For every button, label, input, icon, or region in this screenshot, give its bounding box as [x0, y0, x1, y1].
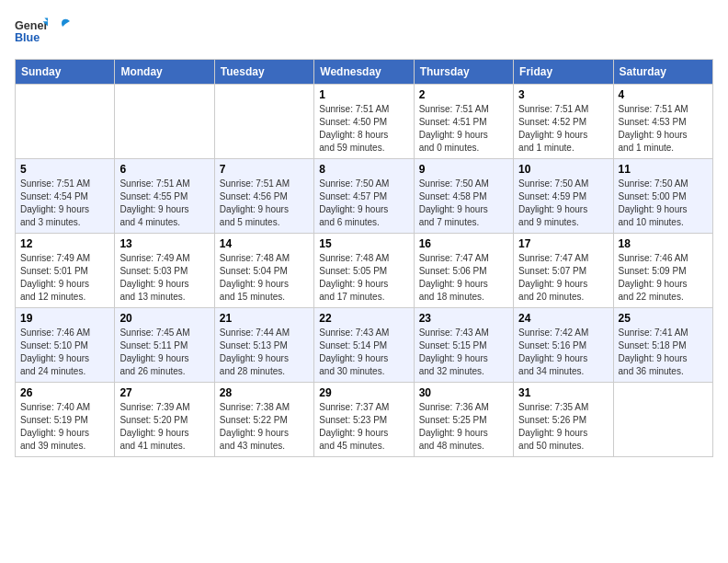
day-info: Sunrise: 7:45 AM Sunset: 5:11 PM Dayligh…: [119, 327, 209, 378]
header-tuesday: Tuesday: [214, 60, 313, 85]
day-info: Sunrise: 7:43 AM Sunset: 5:15 PM Dayligh…: [419, 327, 508, 378]
day-info: Sunrise: 7:46 AM Sunset: 5:09 PM Dayligh…: [619, 252, 708, 304]
day-info: Sunrise: 7:51 AM Sunset: 4:56 PM Dayligh…: [220, 178, 309, 229]
week-row-4: 26Sunrise: 7:40 AM Sunset: 5:19 PM Dayli…: [16, 383, 713, 457]
header-sunday: Sunday: [16, 60, 115, 85]
calendar-cell: 7Sunrise: 7:51 AM Sunset: 4:56 PM Daylig…: [214, 159, 313, 234]
day-number: 6: [119, 163, 209, 176]
calendar-cell: 27Sunrise: 7:39 AM Sunset: 5:20 PM Dayli…: [115, 383, 214, 457]
day-info: Sunrise: 7:39 AM Sunset: 5:20 PM Dayligh…: [119, 401, 209, 453]
day-info: Sunrise: 7:41 AM Sunset: 5:18 PM Dayligh…: [619, 327, 708, 378]
day-number: 29: [319, 386, 408, 399]
calendar-cell: 25Sunrise: 7:41 AM Sunset: 5:18 PM Dayli…: [613, 308, 712, 383]
page-header: General Blue: [15, 15, 713, 48]
day-info: Sunrise: 7:51 AM Sunset: 4:53 PM Dayligh…: [619, 103, 708, 155]
day-info: Sunrise: 7:42 AM Sunset: 5:16 PM Dayligh…: [518, 327, 608, 378]
day-info: Sunrise: 7:49 AM Sunset: 5:01 PM Dayligh…: [20, 252, 109, 304]
day-info: Sunrise: 7:48 AM Sunset: 5:05 PM Dayligh…: [319, 252, 408, 304]
day-number: 17: [518, 237, 608, 250]
calendar-cell: 5Sunrise: 7:51 AM Sunset: 4:54 PM Daylig…: [16, 159, 115, 234]
day-number: 12: [20, 237, 109, 250]
day-number: 24: [518, 312, 608, 325]
day-number: 11: [619, 163, 708, 176]
day-number: 30: [419, 386, 508, 399]
calendar-cell: 12Sunrise: 7:49 AM Sunset: 5:01 PM Dayli…: [16, 234, 115, 308]
day-number: 14: [220, 237, 309, 250]
calendar-cell: 22Sunrise: 7:43 AM Sunset: 5:14 PM Dayli…: [314, 308, 414, 383]
day-info: Sunrise: 7:51 AM Sunset: 4:50 PM Dayligh…: [319, 103, 408, 155]
day-info: Sunrise: 7:46 AM Sunset: 5:10 PM Dayligh…: [20, 327, 109, 378]
week-row-2: 12Sunrise: 7:49 AM Sunset: 5:01 PM Dayli…: [16, 234, 713, 308]
day-info: Sunrise: 7:47 AM Sunset: 5:07 PM Dayligh…: [518, 252, 608, 304]
day-number: 1: [319, 88, 408, 101]
calendar-table: SundayMondayTuesdayWednesdayThursdayFrid…: [15, 59, 713, 457]
calendar-cell: 8Sunrise: 7:50 AM Sunset: 4:57 PM Daylig…: [314, 159, 414, 234]
header-monday: Monday: [115, 60, 214, 85]
calendar-cell: 18Sunrise: 7:46 AM Sunset: 5:09 PM Dayli…: [613, 234, 712, 308]
calendar-cell: 23Sunrise: 7:43 AM Sunset: 5:15 PM Dayli…: [414, 308, 513, 383]
day-number: 3: [518, 88, 608, 101]
day-number: 15: [319, 237, 408, 250]
calendar-cell: 17Sunrise: 7:47 AM Sunset: 5:07 PM Dayli…: [514, 234, 613, 308]
calendar-cell: 31Sunrise: 7:35 AM Sunset: 5:26 PM Dayli…: [514, 383, 613, 457]
day-number: 22: [319, 312, 408, 325]
day-number: 19: [20, 312, 109, 325]
day-number: 26: [20, 386, 109, 399]
day-info: Sunrise: 7:38 AM Sunset: 5:22 PM Dayligh…: [220, 401, 309, 453]
day-number: 31: [518, 386, 608, 399]
calendar-cell: 14Sunrise: 7:48 AM Sunset: 5:04 PM Dayli…: [214, 234, 313, 308]
calendar-cell: 28Sunrise: 7:38 AM Sunset: 5:22 PM Dayli…: [214, 383, 313, 457]
day-info: Sunrise: 7:51 AM Sunset: 4:55 PM Dayligh…: [119, 178, 209, 229]
calendar-cell: 29Sunrise: 7:37 AM Sunset: 5:23 PM Dayli…: [314, 383, 414, 457]
calendar-cell: 4Sunrise: 7:51 AM Sunset: 4:53 PM Daylig…: [613, 85, 712, 159]
calendar-cell: [214, 85, 313, 159]
week-row-3: 19Sunrise: 7:46 AM Sunset: 5:10 PM Dayli…: [16, 308, 713, 383]
calendar-cell: 9Sunrise: 7:50 AM Sunset: 4:58 PM Daylig…: [414, 159, 513, 234]
calendar-header: SundayMondayTuesdayWednesdayThursdayFrid…: [16, 60, 713, 85]
header-row: SundayMondayTuesdayWednesdayThursdayFrid…: [16, 60, 713, 85]
day-number: 4: [619, 88, 708, 101]
calendar-cell: 26Sunrise: 7:40 AM Sunset: 5:19 PM Dayli…: [16, 383, 115, 457]
day-info: Sunrise: 7:50 AM Sunset: 4:59 PM Dayligh…: [518, 178, 608, 229]
logo: General Blue: [15, 15, 72, 48]
day-info: Sunrise: 7:44 AM Sunset: 5:13 PM Dayligh…: [220, 327, 309, 378]
day-info: Sunrise: 7:40 AM Sunset: 5:19 PM Dayligh…: [20, 401, 109, 453]
day-number: 8: [319, 163, 408, 176]
day-info: Sunrise: 7:50 AM Sunset: 4:58 PM Dayligh…: [419, 178, 508, 229]
logo-bird-icon: [53, 17, 72, 36]
day-number: 16: [419, 237, 508, 250]
day-number: 2: [419, 88, 508, 101]
day-number: 21: [220, 312, 309, 325]
day-info: Sunrise: 7:50 AM Sunset: 4:57 PM Dayligh…: [319, 178, 408, 229]
day-info: Sunrise: 7:36 AM Sunset: 5:25 PM Dayligh…: [419, 401, 508, 453]
day-number: 5: [20, 163, 109, 176]
calendar-cell: 13Sunrise: 7:49 AM Sunset: 5:03 PM Dayli…: [115, 234, 214, 308]
day-number: 27: [119, 386, 209, 399]
calendar-cell: 21Sunrise: 7:44 AM Sunset: 5:13 PM Dayli…: [214, 308, 313, 383]
week-row-0: 1Sunrise: 7:51 AM Sunset: 4:50 PM Daylig…: [16, 85, 713, 159]
day-info: Sunrise: 7:51 AM Sunset: 4:51 PM Dayligh…: [419, 103, 508, 155]
header-friday: Friday: [514, 60, 613, 85]
calendar-cell: [115, 85, 214, 159]
day-info: Sunrise: 7:48 AM Sunset: 5:04 PM Dayligh…: [220, 252, 309, 304]
calendar-cell: [16, 85, 115, 159]
svg-text:Blue: Blue: [15, 31, 40, 44]
day-number: 7: [220, 163, 309, 176]
header-saturday: Saturday: [613, 60, 712, 85]
calendar-cell: 24Sunrise: 7:42 AM Sunset: 5:16 PM Dayli…: [514, 308, 613, 383]
calendar-cell: 20Sunrise: 7:45 AM Sunset: 5:11 PM Dayli…: [115, 308, 214, 383]
calendar-cell: 15Sunrise: 7:48 AM Sunset: 5:05 PM Dayli…: [314, 234, 414, 308]
header-wednesday: Wednesday: [314, 60, 414, 85]
week-row-1: 5Sunrise: 7:51 AM Sunset: 4:54 PM Daylig…: [16, 159, 713, 234]
calendar-cell: 11Sunrise: 7:50 AM Sunset: 5:00 PM Dayli…: [613, 159, 712, 234]
day-number: 23: [419, 312, 508, 325]
calendar-body: 1Sunrise: 7:51 AM Sunset: 4:50 PM Daylig…: [16, 85, 713, 457]
day-number: 18: [619, 237, 708, 250]
calendar-cell: 19Sunrise: 7:46 AM Sunset: 5:10 PM Dayli…: [16, 308, 115, 383]
calendar-cell: 3Sunrise: 7:51 AM Sunset: 4:52 PM Daylig…: [514, 85, 613, 159]
calendar-cell: 16Sunrise: 7:47 AM Sunset: 5:06 PM Dayli…: [414, 234, 513, 308]
calendar-cell: 30Sunrise: 7:36 AM Sunset: 5:25 PM Dayli…: [414, 383, 513, 457]
header-thursday: Thursday: [414, 60, 513, 85]
day-info: Sunrise: 7:35 AM Sunset: 5:26 PM Dayligh…: [518, 401, 608, 453]
day-number: 13: [119, 237, 209, 250]
